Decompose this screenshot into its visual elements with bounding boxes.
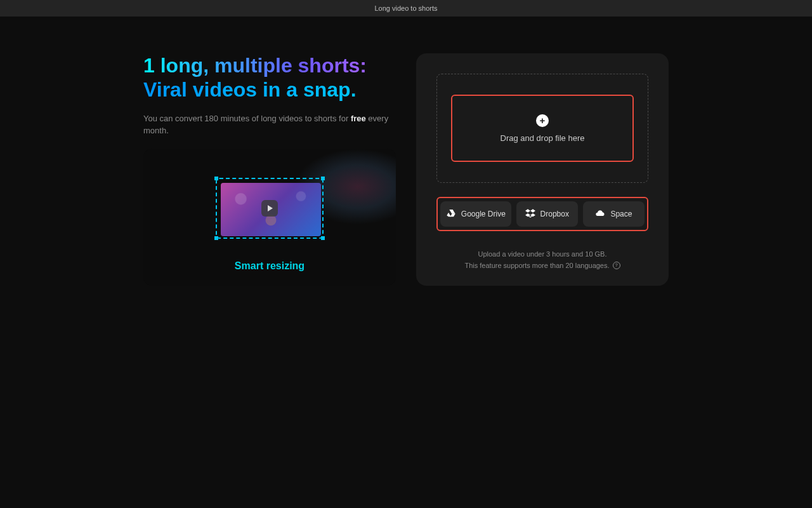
dropbox-button[interactable]: Dropbox [516,201,578,227]
preview-card: Smart resizing [143,149,396,286]
info-icon[interactable]: ? [613,262,620,269]
page-title: Long video to shorts [374,4,437,12]
crop-handle [214,177,218,180]
preview-label: Smart resizing [235,260,304,272]
dropbox-icon [525,208,535,220]
subheadline-bold: free [351,114,366,123]
space-button[interactable]: Space [583,201,645,227]
upload-footer-line2-row: This feature supports more than 20 langu… [436,260,648,272]
subheadline: You can convert 180 minutes of long vide… [143,112,396,137]
upload-footer-line1: Upload a video under 3 hours and 10 GB. [436,249,648,260]
upload-panel: + Drag and drop file here Google Drive [416,53,669,286]
google-drive-icon [446,208,456,220]
google-drive-label: Google Drive [461,210,506,218]
preview-crop-frame [216,178,324,239]
dropbox-label: Dropbox [540,210,569,218]
upload-footer-line2: This feature supports more than 20 langu… [464,260,609,272]
space-label: Space [610,210,632,218]
crop-handle [321,236,325,240]
content-row: 1 long, multiple shorts: Viral videos in… [143,53,669,286]
left-column: 1 long, multiple shorts: Viral videos in… [143,53,396,286]
top-bar: Long video to shorts [0,0,812,17]
play-icon [261,200,278,217]
headline-part-2: Viral videos in a snap. [143,78,357,101]
add-icon: + [536,114,549,127]
provider-row: Google Drive Dropbox Space [440,201,645,227]
page-content: 1 long, multiple shorts: Viral videos in… [0,17,812,286]
cloud-icon [595,208,605,220]
headline: 1 long, multiple shorts: Viral videos in… [143,53,396,102]
upload-footer: Upload a video under 3 hours and 10 GB. … [436,249,648,271]
dropzone[interactable]: + Drag and drop file here [451,95,634,162]
headline-part-1: 1 long, multiple shorts: [143,54,367,77]
crop-handle [214,236,218,240]
crop-handle [321,177,325,180]
google-drive-button[interactable]: Google Drive [440,201,511,227]
dropzone-label: Drag and drop file here [501,133,585,143]
subheadline-before: You can convert 180 minutes of long vide… [143,114,351,123]
provider-row-highlight: Google Drive Dropbox Space [436,197,648,231]
dropzone-container: + Drag and drop file here [436,74,648,183]
